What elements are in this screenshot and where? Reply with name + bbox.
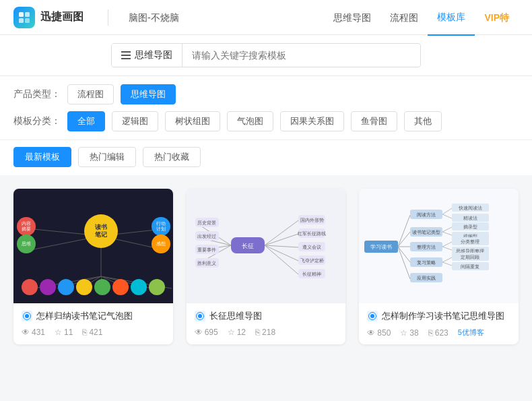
search-input[interactable] — [182, 44, 420, 66]
eye-icon-2: 👁 — [195, 328, 203, 337]
sort-area: 最新模板 热门编辑 热门收藏 — [0, 140, 532, 175]
filter-area: 产品类型： 流程图 思维导图 模板分类： 全部 逻辑图 树状组图 气泡图 因果关… — [0, 76, 532, 140]
svg-text:红军长征路线: 红军长征路线 — [298, 231, 326, 236]
svg-text:胜利意义: 胜利意义 — [197, 261, 216, 266]
svg-text:定期回顾: 定期回顾 — [461, 255, 479, 259]
eye-icon-1: 👁 — [22, 328, 30, 337]
card-title-row-3: 怎样制作学习读书笔记思维导图 — [367, 310, 510, 322]
edit-count-1: 421 — [89, 328, 102, 337]
node-right-bot: 感想 — [152, 235, 170, 253]
search-box: 思维导图 — [111, 43, 421, 67]
edit-count-3: 623 — [435, 328, 448, 338]
svg-text:复习策略: 复习策略 — [417, 260, 436, 265]
template-card-3[interactable]: 学习读书 阅读方法 读书笔记类型 整理方法 复习策略 — [359, 189, 519, 344]
svg-line-54 — [398, 247, 410, 262]
filter-tree[interactable]: 树状组图 — [165, 111, 220, 131]
svg-line-24 — [265, 220, 298, 245]
star-icon-3: ☆ — [400, 328, 407, 338]
edit-icon-3: ⎘ — [428, 328, 433, 338]
svg-line-73 — [442, 232, 452, 235]
svg-line-52 — [398, 232, 410, 247]
svg-text:出发经过: 出发经过 — [197, 234, 216, 239]
star-count-2: 12 — [237, 328, 246, 337]
svg-text:飞夺泸定桥: 飞夺泸定桥 — [300, 258, 324, 263]
nav-brain[interactable]: 脑图-不烧脑 — [119, 0, 189, 35]
sort-hot-edit[interactable]: 热门编辑 — [78, 147, 136, 167]
filter-fishbone[interactable]: 鱼骨图 — [351, 111, 397, 131]
nav-templates[interactable]: 模板库 — [428, 0, 475, 36]
view-count-2: 695 — [205, 328, 218, 337]
search-category-selector[interactable]: 思维导图 — [112, 44, 182, 67]
svg-line-78 — [442, 242, 452, 247]
card-type-icon-2 — [195, 311, 205, 321]
header: 迅捷画图 脑图-不烧脑 思维导图 流程图 模板库 VIP特 — [0, 0, 532, 35]
treemap-3: 学习读书 阅读方法 读书笔记类型 整理方法 复习策略 — [363, 195, 514, 298]
svg-line-84 — [442, 257, 452, 262]
svg-text:遵义会议: 遵义会议 — [302, 245, 321, 250]
svg-text:长征精神: 长征精神 — [302, 272, 321, 276]
hamburger-icon — [121, 51, 131, 59]
svg-point-90 — [370, 314, 374, 318]
search-category-label: 思维导图 — [135, 49, 172, 61]
logo-area[interactable]: 迅捷画图 — [13, 7, 84, 28]
card-stats-3: 👁 850 ☆ 38 ⎘ 623 5优博客 — [367, 328, 510, 338]
view-count-1: 431 — [32, 328, 45, 337]
filter-flowchart[interactable]: 流程图 — [67, 84, 114, 104]
view-count-3: 850 — [377, 328, 391, 338]
eye-icon-3: 👁 — [367, 328, 375, 338]
watermark-3: 5优博客 — [458, 328, 484, 338]
filter-mindmap[interactable]: 思维导图 — [121, 84, 176, 104]
card-type-icon-3 — [367, 311, 378, 321]
node-left-bot: 思维 — [17, 235, 36, 253]
mind-center-node: 读书笔记 — [84, 214, 118, 248]
template-card-1[interactable]: 读书笔记 内容摘要 思维 行动计划 感想 — [13, 189, 173, 344]
filter-bubble[interactable]: 气泡图 — [227, 111, 273, 131]
svg-text:学习读书: 学习读书 — [370, 244, 392, 250]
card-thumb-3: 学习读书 阅读方法 读书笔记类型 整理方法 复习策略 — [359, 189, 519, 303]
logo-text: 迅捷画图 — [40, 10, 84, 24]
nav-mindmap[interactable]: 思维导图 — [324, 0, 380, 35]
card-title-row-2: 长征思维导图 — [195, 310, 338, 322]
edit-icon-1: ⎘ — [82, 328, 87, 337]
card-info-1: 怎样归纳读书笔记气泡图 👁 431 ☆ 11 ⎘ 421 — [13, 303, 173, 344]
svg-point-47 — [198, 314, 202, 318]
svg-line-72 — [442, 227, 452, 232]
svg-text:重要事件: 重要事件 — [197, 247, 216, 252]
svg-line-25 — [265, 234, 298, 245]
card-stats-2: 👁 695 ☆ 12 ⎘ 218 — [195, 328, 338, 337]
nav-vip[interactable]: VIP特 — [475, 0, 519, 35]
edit-count-2: 218 — [262, 328, 275, 337]
stat-stars-1: ☆ 11 — [55, 328, 73, 337]
filter-all[interactable]: 全部 — [67, 111, 105, 131]
filter-cause[interactable]: 因果关系图 — [280, 111, 344, 131]
node-right-top: 行动计划 — [152, 217, 170, 236]
card-info-3: 怎样制作学习读书笔记思维导图 👁 850 ☆ 38 ⎘ 623 5优博客 — [359, 303, 519, 344]
svg-text:精读法: 精读法 — [463, 216, 477, 221]
sort-newest[interactable]: 最新模板 — [13, 147, 71, 167]
filter-other[interactable]: 其他 — [404, 111, 442, 131]
nav-flowchart[interactable]: 流程图 — [380, 0, 428, 35]
sort-hot-fav[interactable]: 热门收藏 — [143, 147, 201, 167]
star-icon-2: ☆ — [228, 328, 235, 337]
stat-edits-3: ⎘ 623 — [428, 328, 448, 338]
thumb2-svg: 长征 历史背景 出发经过 — [194, 200, 337, 292]
template-category-row: 模板分类： 全部 逻辑图 树状组图 气泡图 因果关系图 鱼骨图 其他 — [13, 111, 519, 131]
stat-views-1: 👁 431 — [22, 328, 45, 337]
svg-rect-2 — [19, 18, 24, 23]
star-count-1: 11 — [64, 328, 73, 337]
card-title-3: 怎样制作学习读书笔记思维导图 — [382, 310, 504, 322]
stat-stars-2: ☆ 12 — [228, 328, 246, 337]
edit-icon-2: ⎘ — [255, 328, 260, 337]
svg-text:摘录型: 摘录型 — [463, 224, 477, 229]
template-card-2[interactable]: 长征 历史背景 出发经过 — [187, 189, 346, 344]
svg-text:读书笔记类型: 读书笔记类型 — [412, 230, 440, 235]
stat-edits-2: ⎘ 218 — [255, 328, 275, 337]
stat-stars-3: ☆ 38 — [400, 328, 418, 338]
thumb3-svg: 学习读书 阅读方法 读书笔记类型 整理方法 复习策略 — [363, 195, 514, 298]
stat-views-2: 👁 695 — [195, 328, 218, 337]
svg-text:国内外形势: 国内外形势 — [300, 218, 324, 223]
template-category-label: 模板分类： — [13, 115, 61, 127]
filter-logic[interactable]: 逻辑图 — [112, 111, 158, 131]
svg-line-28 — [265, 245, 298, 274]
template-grid: 读书笔记 内容摘要 思维 行动计划 感想 — [0, 175, 532, 358]
